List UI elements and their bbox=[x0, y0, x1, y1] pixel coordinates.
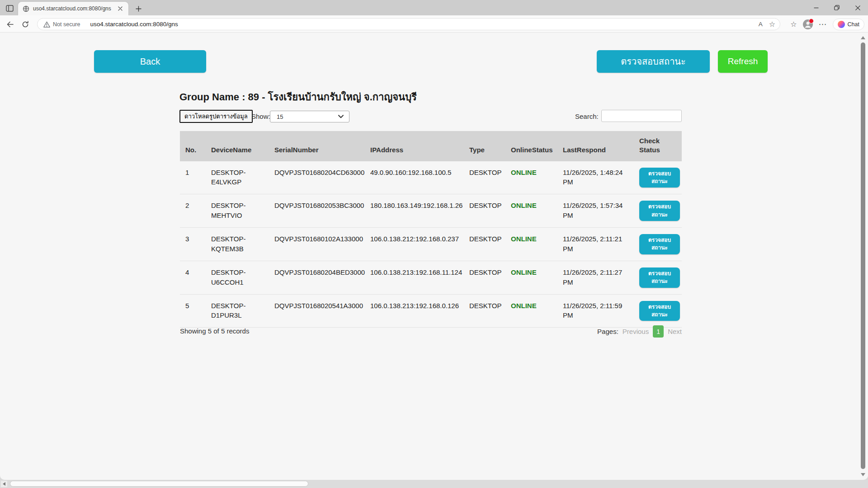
cell-no: 5 bbox=[180, 294, 206, 328]
tab-strip: uso4.starcatcloud.com:8080/gns bbox=[0, 0, 868, 15]
back-icon[interactable] bbox=[4, 19, 16, 30]
cell-serial-number: DQVPJST0168020541A3000 bbox=[269, 294, 365, 328]
vertical-scrollbar-thumb[interactable] bbox=[861, 42, 865, 469]
cell-last-respond: 11/26/2025, 2:11:27 PM bbox=[557, 261, 634, 294]
browser-window: uso4.starcatcloud.com:8080/gns bbox=[0, 0, 868, 488]
page-title: Group Name : 89 - โรงเรียนบ้านกรับใหญ่ จ… bbox=[179, 89, 417, 105]
download-table-image-button[interactable]: ดาวโหลดรูปตารางข้อมูล bbox=[179, 110, 253, 123]
scroll-left-icon[interactable] bbox=[1, 481, 7, 487]
cell-type: DESKTOP bbox=[464, 194, 505, 228]
copilot-icon bbox=[838, 21, 845, 28]
cell-last-respond: 11/26/2025, 2:11:21 PM bbox=[557, 228, 634, 261]
favorites-star-icon[interactable]: ☆ bbox=[769, 21, 775, 28]
show-entries-select[interactable]: 15 bbox=[270, 111, 349, 122]
read-aloud-icon[interactable]: A bbox=[759, 21, 763, 28]
row-check-status-button[interactable]: ตรวจสอบสถานะ bbox=[639, 234, 680, 254]
cell-no: 2 bbox=[180, 194, 206, 228]
col-header-ipaddress: IPAddress bbox=[365, 131, 464, 161]
cell-last-respond: 11/26/2025, 1:57:34 PM bbox=[557, 194, 634, 228]
cell-type: DESKTOP bbox=[464, 294, 505, 328]
show-entries-value: 15 bbox=[277, 113, 338, 120]
new-tab-icon[interactable] bbox=[134, 4, 143, 13]
cell-last-respond: 11/26/2025, 1:48:24 PM bbox=[557, 161, 634, 194]
restore-icon[interactable] bbox=[826, 0, 847, 15]
browser-toolbar: Not secure uso4.starcatcloud.com:8080/gn… bbox=[0, 15, 868, 33]
not-secure-label: Not secure bbox=[53, 21, 80, 28]
cell-device-name: DESKTOP-MEHTVIO bbox=[206, 194, 269, 228]
warning-icon bbox=[43, 21, 50, 28]
row-check-status-button[interactable]: ตรวจสอบสถานะ bbox=[639, 301, 680, 321]
horizontal-scrollbar-thumb[interactable] bbox=[10, 481, 308, 487]
cell-serial-number: DQVPJST01680102A133000 bbox=[269, 228, 365, 261]
tab-title: uso4.starcatcloud.com:8080/gns bbox=[33, 5, 116, 12]
current-page-badge[interactable]: 1 bbox=[653, 325, 664, 338]
pages-label: Pages: bbox=[597, 328, 618, 335]
cell-ip-address: 106.0.138.212:192.168.0.237 bbox=[365, 228, 464, 261]
cell-check-status: ตรวจสอบสถานะ bbox=[634, 161, 682, 194]
col-header-devicename: DeviceName bbox=[206, 131, 269, 161]
minimize-icon[interactable] bbox=[806, 0, 826, 15]
records-summary: Showing 5 of 5 records bbox=[180, 327, 249, 335]
cell-check-status: ตรวจสอบสถานะ bbox=[634, 228, 682, 261]
table-row: 3 DESKTOP-KQTEM3B DQVPJST01680102A133000… bbox=[180, 228, 682, 261]
cell-type: DESKTOP bbox=[464, 228, 505, 261]
toolbar-right-icons: ☆ ⋯ Chat bbox=[790, 18, 864, 30]
browser-tab[interactable]: uso4.starcatcloud.com:8080/gns bbox=[18, 2, 128, 15]
close-icon[interactable] bbox=[847, 0, 868, 15]
tab-actions-menu-icon[interactable] bbox=[4, 3, 15, 14]
cell-device-name: DESKTOP-U6CCOH1 bbox=[206, 261, 269, 294]
col-header-serialnumber: SerialNumber bbox=[269, 131, 365, 161]
more-options-icon[interactable]: ⋯ bbox=[819, 20, 827, 28]
row-check-status-button[interactable]: ตรวจสอบสถานะ bbox=[639, 201, 680, 221]
table-row: 5 DESKTOP-D1PUR3L DQVPJST0168020541A3000… bbox=[180, 294, 682, 328]
web-content: Back ตรวจสอบสถานะ Refresh Group Name : 8… bbox=[0, 33, 868, 480]
scroll-down-icon[interactable] bbox=[861, 473, 865, 476]
security-chip[interactable]: Not secure bbox=[43, 21, 80, 28]
cell-serial-number: DQVPJST016802053BC3000 bbox=[269, 194, 365, 228]
cell-check-status: ตรวจสอบสถานะ bbox=[634, 261, 682, 294]
url-text[interactable]: uso4.starcatcloud.com:8080/gns bbox=[90, 21, 758, 28]
search-input[interactable] bbox=[601, 110, 682, 122]
cell-device-name: DESKTOP-E4LVKGP bbox=[206, 161, 269, 194]
cell-check-status: ตรวจสอบสถานะ bbox=[634, 194, 682, 228]
cell-last-respond: 11/26/2025, 2:11:59 PM bbox=[557, 294, 634, 328]
profile-avatar[interactable] bbox=[803, 19, 813, 29]
copilot-chat-button[interactable]: Chat bbox=[833, 19, 864, 30]
cell-no: 3 bbox=[180, 228, 206, 261]
cell-ip-address: 106.0.138.213:192.168.0.126 bbox=[365, 294, 464, 328]
search-label: Search: bbox=[575, 113, 599, 120]
col-header-type: Type bbox=[464, 131, 505, 161]
pagination: Pages: Previous 1 Next bbox=[597, 325, 682, 338]
cell-online-status: ONLINE bbox=[505, 161, 557, 194]
table-row: 4 DESKTOP-U6CCOH1 DQVPJST01680204BED3000… bbox=[180, 261, 682, 294]
row-check-status-button[interactable]: ตรวจสอบสถานะ bbox=[639, 267, 680, 288]
cell-online-status: ONLINE bbox=[505, 294, 557, 328]
tab-close-icon[interactable] bbox=[116, 4, 125, 13]
col-header-lastrespond: LastRespond bbox=[557, 131, 634, 161]
collections-icon[interactable]: ☆ bbox=[790, 21, 797, 28]
cell-no: 4 bbox=[180, 261, 206, 294]
cell-check-status: ตรวจสอบสถานะ bbox=[634, 294, 682, 328]
cell-ip-address: 49.0.90.160:192.168.100.5 bbox=[365, 161, 464, 194]
previous-page-link[interactable]: Previous bbox=[623, 328, 649, 335]
cell-no: 1 bbox=[180, 161, 206, 194]
globe-icon bbox=[23, 5, 29, 12]
window-controls bbox=[806, 0, 868, 15]
cell-ip-address: 106.0.138.213:192.168.11.124 bbox=[365, 261, 464, 294]
next-page-link[interactable]: Next bbox=[668, 328, 682, 335]
chat-label: Chat bbox=[848, 21, 859, 28]
row-check-status-button[interactable]: ตรวจสอบสถานะ bbox=[639, 168, 680, 188]
col-header-onlinestatus: OnlineStatus bbox=[505, 131, 557, 161]
refresh-button[interactable]: Refresh bbox=[718, 50, 768, 73]
table-row: 2 DESKTOP-MEHTVIO DQVPJST016802053BC3000… bbox=[180, 194, 682, 228]
vertical-scrollbar[interactable] bbox=[859, 34, 867, 478]
address-bar[interactable]: Not secure uso4.starcatcloud.com:8080/gn… bbox=[37, 18, 780, 30]
col-header-no: No. bbox=[180, 131, 206, 161]
cell-ip-address: 180.180.163.149:192.168.1.26 bbox=[365, 194, 464, 228]
refresh-icon[interactable] bbox=[19, 19, 32, 30]
horizontal-scrollbar[interactable] bbox=[0, 480, 868, 488]
check-status-button[interactable]: ตรวจสอบสถานะ bbox=[597, 50, 710, 73]
scroll-up-icon[interactable] bbox=[861, 36, 865, 39]
back-button[interactable]: Back bbox=[94, 50, 206, 73]
cell-serial-number: DQVPJST01680204BED3000 bbox=[269, 261, 365, 294]
